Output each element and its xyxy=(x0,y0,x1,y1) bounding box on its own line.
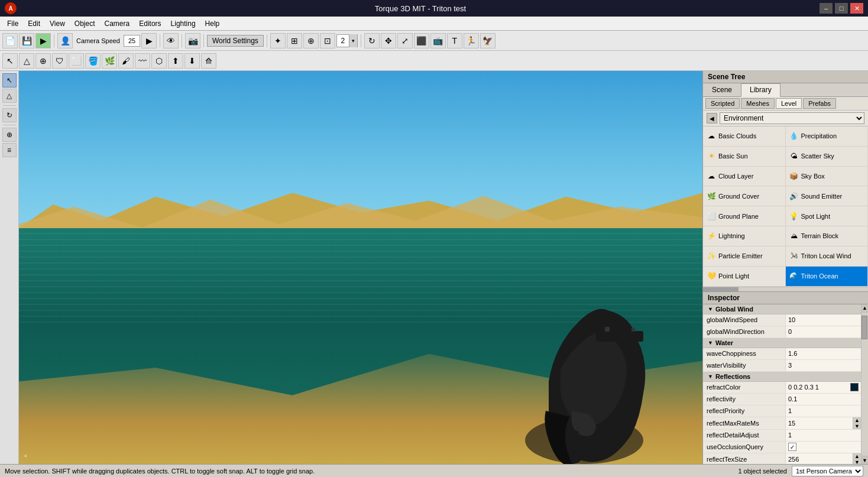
insp-value-wave-chop[interactable]: 1.6 xyxy=(786,348,861,359)
sub-tab-level[interactable]: Level xyxy=(776,98,802,109)
insp-scroll-up[interactable]: ▲ xyxy=(861,304,868,313)
tb2-flatten[interactable]: ⟰ xyxy=(201,53,216,69)
lib-item-cloud-layer[interactable]: ☁ Cloud Layer xyxy=(703,167,786,187)
lt-rotate-button[interactable]: ↻ xyxy=(2,108,17,122)
screenshot-button[interactable]: 📷 xyxy=(185,33,200,48)
menu-view[interactable]: View xyxy=(45,18,70,29)
step-dropdown-arrow[interactable]: ▾ xyxy=(349,34,357,47)
menu-object[interactable]: Object xyxy=(70,18,100,29)
tb2-select[interactable]: ↖ xyxy=(2,53,18,69)
tb2-smooth[interactable]: 〰 xyxy=(135,53,150,69)
menu-help[interactable]: Help xyxy=(200,18,225,29)
insp-value-reflect-tex[interactable]: 256 ▲▼ xyxy=(786,453,861,465)
insp-value-refract-color[interactable]: 0 0.2 0.3 1 xyxy=(786,382,861,393)
reflect-tex-spinner[interactable]: ▲▼ xyxy=(853,453,861,465)
lt-info-button[interactable]: ≡ xyxy=(2,143,17,157)
text-button[interactable]: T xyxy=(447,33,462,48)
lib-item-sound-emitter[interactable]: 🔊 Sound Emitter xyxy=(786,186,869,206)
menu-edit[interactable]: Edit xyxy=(23,18,45,29)
lt-camera-button[interactable]: ⊕ xyxy=(2,128,17,142)
world-settings-button[interactable]: World Settings xyxy=(207,35,264,47)
camera-speed-input[interactable] xyxy=(124,35,140,47)
tb2-nav[interactable]: ⊕ xyxy=(35,53,51,69)
step-dropdown[interactable]: 2 ▾ xyxy=(336,34,358,47)
library-scrollbar[interactable] xyxy=(703,287,868,291)
sub-tab-prefabs[interactable]: Prefabs xyxy=(803,98,836,109)
select-button[interactable]: ✦ xyxy=(270,33,286,48)
lib-item-triton-local-wind[interactable]: 🌬 Triton Local Wind xyxy=(786,246,869,267)
viewport[interactable]: + xyxy=(19,71,702,464)
close-button[interactable]: ✕ xyxy=(850,3,863,14)
lib-item-precipitation[interactable]: 💧 Precipitation xyxy=(786,126,869,147)
lt-select-button[interactable]: ↖ xyxy=(2,73,17,87)
new-level-button[interactable]: 📄 xyxy=(2,33,18,48)
insp-value-reflect-rate[interactable]: 15 ▲▼ xyxy=(786,417,861,429)
tb2-brush[interactable]: 🖌 xyxy=(118,53,134,69)
group-reflections[interactable]: ▼ Reflections xyxy=(703,372,861,382)
lib-item-terrain-block[interactable]: ⛰ Terrain Block xyxy=(786,226,869,246)
cam-speed-up[interactable]: ▶ xyxy=(141,33,157,48)
lib-item-ground-cover[interactable]: 🌿 Ground Cover xyxy=(703,186,786,206)
environment-dropdown[interactable]: Environment xyxy=(720,112,864,124)
sub-tab-scripted[interactable]: Scripted xyxy=(705,98,740,109)
lib-item-sky-box[interactable]: 📦 Sky Box xyxy=(786,167,869,187)
lib-item-point-light[interactable]: 💛 Point Light xyxy=(703,267,786,287)
insp-scroll-thumb[interactable] xyxy=(861,316,867,339)
tab-scene[interactable]: Scene xyxy=(703,83,741,96)
refract-color-swatch[interactable] xyxy=(850,383,859,391)
tab-library[interactable]: Library xyxy=(741,83,780,97)
screen-button[interactable]: 📺 xyxy=(430,33,446,48)
lib-item-ground-plane[interactable]: ⬜ Ground Plane xyxy=(703,206,786,226)
camera-mode-select[interactable]: 1st Person Camera xyxy=(792,466,863,476)
menu-lighting[interactable]: Lighting xyxy=(166,18,200,29)
grid-button[interactable]: ⊞ xyxy=(287,33,302,48)
camera-options-button[interactable]: 👁 xyxy=(163,33,179,48)
insp-scroll-track[interactable] xyxy=(861,313,868,456)
lib-item-basic-clouds[interactable]: ☁ Basic Clouds xyxy=(703,126,786,147)
occlusion-checkbox[interactable]: ✓ xyxy=(788,443,796,451)
tb2-raise[interactable]: ⬆ xyxy=(168,53,183,69)
save-button[interactable]: 💾 xyxy=(19,33,34,48)
lib-item-scatter-sky[interactable]: 🌤 Scatter Sky xyxy=(786,147,869,167)
snap-button[interactable]: ⊕ xyxy=(303,33,319,48)
menu-file[interactable]: File xyxy=(2,18,23,29)
lib-item-triton-ocean[interactable]: 🌊 Triton Ocean xyxy=(786,267,869,287)
obj2-button[interactable]: 🦅 xyxy=(480,33,495,48)
play-button[interactable]: ▶ xyxy=(35,33,51,48)
insp-value-reflect-detail[interactable]: 1 xyxy=(786,430,861,441)
tb2-block[interactable]: ⬜ xyxy=(69,53,84,69)
insp-value-water-vis[interactable]: 3 xyxy=(786,360,861,371)
menu-editors[interactable]: Editors xyxy=(134,18,166,29)
insp-value-reflect-priority[interactable]: 1 xyxy=(786,405,861,417)
insp-value-wind-speed[interactable]: 10 xyxy=(786,314,861,326)
bounds-button[interactable]: ⬛ xyxy=(414,33,429,48)
lib-item-spot-light[interactable]: 💡 Spot Light xyxy=(786,206,869,226)
insp-value-reflectivity[interactable]: 0.1 xyxy=(786,394,861,405)
obj1-button[interactable]: 🏃 xyxy=(464,33,479,48)
lib-item-lightning[interactable]: ⚡ Lightning xyxy=(703,226,786,246)
rotate-button[interactable]: ↻ xyxy=(364,33,380,48)
sub-tab-meshes[interactable]: Meshes xyxy=(741,98,775,109)
back-button[interactable]: ◀ xyxy=(707,113,717,124)
insp-value-occlusion[interactable]: ✓ xyxy=(786,442,861,453)
tb2-tree[interactable]: 🌿 xyxy=(102,53,117,69)
insp-value-wind-dir[interactable]: 0 xyxy=(786,326,861,338)
tb2-terrain[interactable]: △ xyxy=(19,53,34,69)
align-button[interactable]: ⊡ xyxy=(320,33,335,48)
maximize-button[interactable]: □ xyxy=(835,3,848,14)
lt-move-button[interactable]: △ xyxy=(2,89,17,103)
tb2-shield[interactable]: 🛡 xyxy=(52,53,67,69)
minimize-button[interactable]: – xyxy=(820,3,833,14)
menu-camera[interactable]: Camera xyxy=(100,18,135,29)
move-button[interactable]: ✥ xyxy=(381,33,396,48)
group-global-wind[interactable]: ▼ Global Wind xyxy=(703,304,861,314)
lib-item-basic-sun[interactable]: ☀ Basic Sun xyxy=(703,147,786,167)
tb2-lower[interactable]: ⬇ xyxy=(184,53,200,69)
avatar-button[interactable]: 👤 xyxy=(57,33,73,48)
group-water[interactable]: ▼ Water xyxy=(703,338,861,348)
insp-scroll-down[interactable]: ▼ xyxy=(861,456,868,464)
lib-item-particle-emitter[interactable]: ✨ Particle Emitter xyxy=(703,246,786,267)
tb2-paint[interactable]: 🪣 xyxy=(85,53,101,69)
reflect-rate-spinner[interactable]: ▲▼ xyxy=(853,417,861,429)
scale-button[interactable]: ⤢ xyxy=(397,33,413,48)
